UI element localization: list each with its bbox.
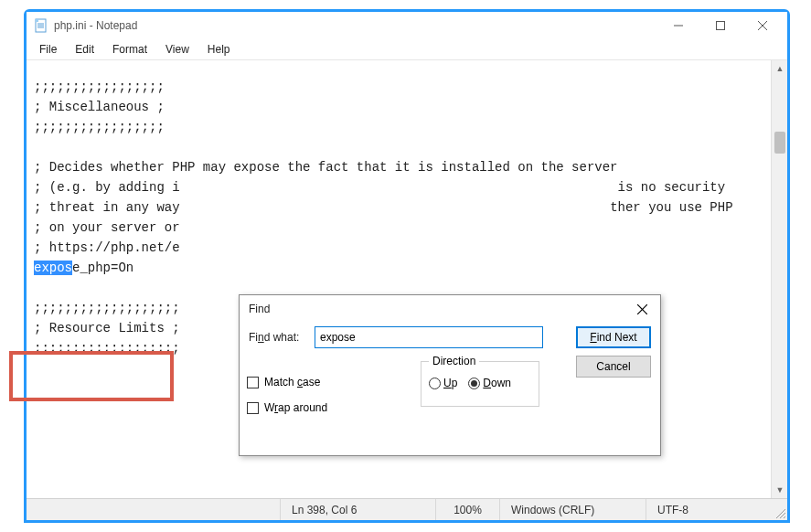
text-line: ;;;;;;;;;;;;;;;;; xyxy=(34,80,165,94)
status-zoom: 100% xyxy=(436,499,500,520)
direction-up-radio[interactable]: Up xyxy=(429,377,457,389)
svg-line-12 xyxy=(784,516,785,518)
wrap-around-checkbox[interactable]: Wrap around xyxy=(247,401,327,414)
text-line: is no security xyxy=(618,180,726,195)
find-dialog-titlebar: Find xyxy=(240,295,660,323)
scroll-thumb[interactable] xyxy=(774,132,785,154)
menu-format[interactable]: Format xyxy=(103,41,156,58)
match-case-checkbox[interactable]: Match case xyxy=(247,376,327,388)
direction-group: Direction Up Down xyxy=(421,361,539,407)
vertical-scrollbar[interactable]: ▲ ▼ xyxy=(771,60,787,498)
find-close-button[interactable] xyxy=(629,299,655,319)
radio-icon xyxy=(468,378,480,389)
find-next-button[interactable]: Find Next xyxy=(576,326,651,348)
text-line: ; https://php.net/e xyxy=(34,240,180,255)
text-line: e_php=On xyxy=(72,261,133,275)
menubar: File Edit Format View Help xyxy=(27,39,787,59)
maximize-button[interactable] xyxy=(699,12,742,39)
notepad-icon xyxy=(34,18,48,33)
close-button[interactable] xyxy=(742,12,784,39)
minimize-button[interactable] xyxy=(657,12,699,39)
text-line: ; Resource Limits ; xyxy=(34,321,180,335)
resize-grip-icon[interactable] xyxy=(771,499,787,520)
titlebar: php.ini - Notepad xyxy=(27,12,787,39)
statusbar: Ln 398, Col 6 100% Windows (CRLF) UTF-8 xyxy=(27,498,787,520)
text-line: ; threat in any way xyxy=(34,200,180,215)
selected-text: expos xyxy=(34,261,72,275)
menu-help[interactable]: Help xyxy=(198,41,240,58)
svg-rect-5 xyxy=(717,22,725,30)
find-dialog-title: Find xyxy=(249,303,270,315)
checkbox-icon xyxy=(247,377,259,388)
radio-icon xyxy=(429,378,441,389)
find-what-input[interactable] xyxy=(315,326,543,348)
text-line: ;;;;;;;;;;;;;;;;;;; xyxy=(34,301,180,315)
checkbox-icon xyxy=(247,402,259,414)
status-spacer xyxy=(27,499,281,520)
scroll-up-icon[interactable]: ▲ xyxy=(772,60,787,77)
status-position: Ln 398, Col 6 xyxy=(281,499,436,520)
text-line: ; Miscellaneous ; xyxy=(34,100,165,114)
direction-down-radio[interactable]: Down xyxy=(468,377,511,389)
text-line: ;;;;;;;;;;;;;;;;;;; xyxy=(34,341,180,356)
find-what-label: Find what: xyxy=(249,331,307,344)
menu-file[interactable]: File xyxy=(30,41,66,58)
text-line: ; (e.g. by adding i xyxy=(34,180,180,195)
status-encoding: UTF-8 xyxy=(646,499,771,520)
text-line: ther you use PHP xyxy=(610,200,732,215)
scroll-down-icon[interactable]: ▼ xyxy=(772,482,787,498)
menu-view[interactable]: View xyxy=(156,41,198,58)
cancel-button[interactable]: Cancel xyxy=(576,356,651,378)
direction-label: Direction xyxy=(429,355,479,367)
notepad-window: php.ini - Notepad File Edit Format View … xyxy=(24,9,790,523)
menu-edit[interactable]: Edit xyxy=(66,41,103,58)
text-line: ; on your server or xyxy=(34,220,180,235)
text-line: ; Decides whether PHP may expose the fac… xyxy=(34,160,618,175)
text-line: ;;;;;;;;;;;;;;;;; xyxy=(34,120,165,134)
status-eol: Windows (CRLF) xyxy=(500,499,646,520)
editor-area: ;;;;;;;;;;;;;;;;; ; Miscellaneous ; ;;;;… xyxy=(27,59,787,498)
find-dialog: Find Find what: Find Next Cancel Directi… xyxy=(239,294,661,456)
window-title: php.ini - Notepad xyxy=(54,19,137,32)
